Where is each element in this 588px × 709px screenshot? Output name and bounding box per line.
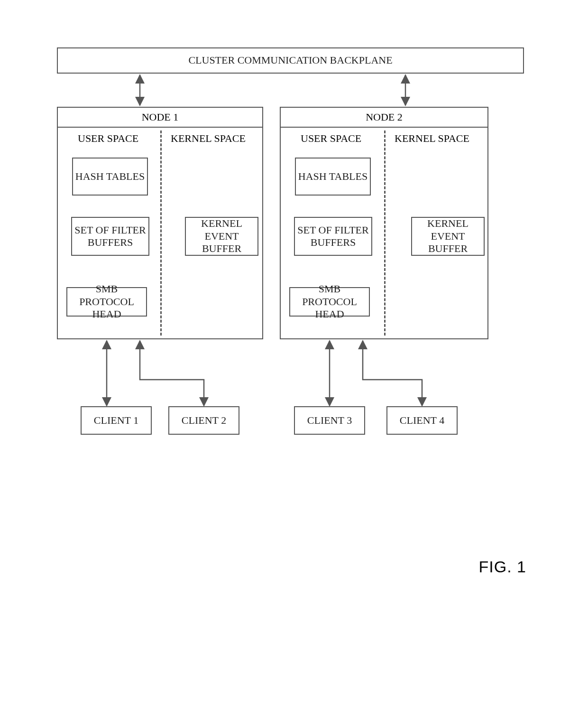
node-1-divider	[160, 131, 162, 336]
figure-label: FIG. 1	[479, 558, 526, 576]
node-2-user-space-label: USER SPACE	[301, 132, 361, 145]
client-4: CLIENT 4	[386, 406, 458, 435]
node-1-user-space-label: USER SPACE	[78, 132, 138, 145]
cluster-backplane: CLUSTER COMMUNICATION BACKPLANE	[57, 47, 524, 74]
client-2: CLIENT 2	[168, 406, 239, 435]
node-1: NODE 1 USER SPACE KERNEL SPACE HASH TABL…	[57, 107, 263, 339]
node-2-kernel-space-label: KERNEL SPACE	[395, 132, 469, 145]
client-1: CLIENT 1	[81, 406, 152, 435]
node-1-hash-tables: HASH TABLES	[72, 158, 148, 196]
node-1-kernel-event-buffer: KERNEL EVENT BUFFER	[185, 217, 258, 256]
node-2-kernel-event-buffer: KERNEL EVENT BUFFER	[411, 217, 485, 256]
node-1-smb-head: SMB PROTOCOL HEAD	[66, 287, 147, 317]
node-2-hash-tables: HASH TABLES	[295, 158, 371, 196]
node-2-divider	[384, 131, 386, 336]
client-3: CLIENT 3	[294, 406, 365, 435]
node-2-title: NODE 2	[281, 108, 487, 128]
node-2-smb-head: SMB PROTOCOL HEAD	[289, 287, 370, 317]
node-1-filter-buffers: SET OF FILTER BUFFERS	[71, 217, 149, 256]
node-1-title: NODE 1	[58, 108, 262, 128]
node-2: NODE 2 USER SPACE KERNEL SPACE HASH TABL…	[280, 107, 488, 339]
node-2-filter-buffers: SET OF FILTER BUFFERS	[294, 217, 372, 256]
node-1-kernel-space-label: KERNEL SPACE	[171, 132, 246, 145]
diagram-canvas: CLUSTER COMMUNICATION BACKPLANE NODE 1 U…	[0, 0, 588, 709]
